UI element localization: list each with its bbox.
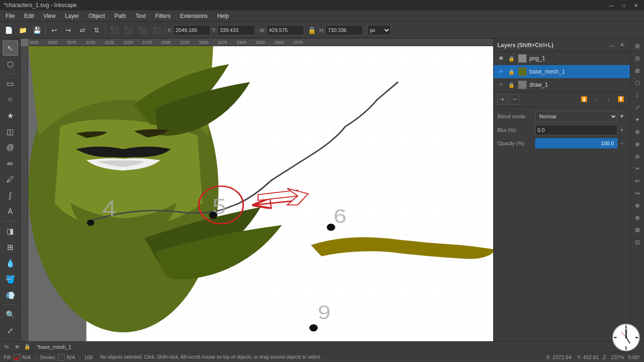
rect-tool[interactable]: ▭ xyxy=(3,76,18,91)
snap-btn-16[interactable]: ⊠ xyxy=(632,224,643,236)
spray-tool[interactable]: 💨 xyxy=(3,288,18,303)
zoom-tool[interactable]: 🔍 xyxy=(3,307,18,322)
flip-h-button[interactable]: ⇄ xyxy=(76,24,89,37)
pen-tool[interactable]: 🖊 xyxy=(3,172,18,187)
minimize-button[interactable]: — xyxy=(607,2,616,8)
menu-view[interactable]: View xyxy=(40,12,59,20)
select-tool[interactable]: ↖ xyxy=(3,41,18,56)
blur-input[interactable] xyxy=(535,125,618,135)
pencil-tool[interactable]: ✏ xyxy=(3,156,18,171)
snap-btn-17[interactable]: ⊡ xyxy=(632,237,643,248)
calligraphy-tool[interactable]: ∫ xyxy=(3,188,18,203)
blur-add[interactable]: + xyxy=(618,126,626,134)
layers-panel-close[interactable]: ✕ xyxy=(618,41,626,49)
lock-ratio-button[interactable]: 🔒 xyxy=(305,24,318,37)
snap-btn-6[interactable]: ⤢ xyxy=(632,102,643,113)
y-input[interactable] xyxy=(217,25,255,35)
menu-filters[interactable]: Filters xyxy=(151,12,174,20)
move-layer-down-button[interactable]: ↓ xyxy=(603,94,614,105)
snap-btn-7[interactable]: ✦ xyxy=(632,114,643,125)
w-input[interactable] xyxy=(266,25,304,35)
snap-btn-1[interactable]: ⊞ xyxy=(632,41,643,52)
separator-4 xyxy=(257,25,257,35)
menu-extensions[interactable]: Extensions xyxy=(176,12,212,20)
svg-text:2150: 2150 xyxy=(124,40,133,45)
unit-select[interactable]: px mm cm in xyxy=(367,25,391,35)
spiral-tool[interactable]: @ xyxy=(3,140,18,155)
layers-panel-minimize[interactable]: — xyxy=(607,41,616,49)
move-layer-bottom-button[interactable]: ⏬ xyxy=(616,94,626,105)
menu-help[interactable]: Help xyxy=(214,12,233,20)
snap-btn-2[interactable]: ⊟ xyxy=(632,53,643,64)
node-tool[interactable]: ⬡ xyxy=(3,57,18,72)
undo-button[interactable]: ↩ xyxy=(48,24,61,37)
move-layer-up-button[interactable]: ↑ xyxy=(591,94,602,105)
snap-btn-4[interactable]: ⬡ xyxy=(632,77,643,89)
menu-object[interactable]: Object xyxy=(85,12,109,20)
opacity-bar[interactable]: 100.0 xyxy=(535,138,618,148)
svg-text:2125: 2125 xyxy=(105,40,114,45)
layer-eye-png1[interactable]: 👁 xyxy=(497,55,505,62)
h-input[interactable] xyxy=(325,25,363,35)
layer-lock-draw1[interactable]: 🔒 xyxy=(508,81,515,89)
blend-mode-dropdown[interactable]: ▼ xyxy=(618,112,626,121)
add-layer-button[interactable]: + xyxy=(497,94,508,105)
new-button[interactable]: 📄 xyxy=(2,24,15,37)
canvas-content[interactable]: 4 5 6 xyxy=(28,46,493,341)
blend-mode-select[interactable]: Normal Multiply Screen Overlay xyxy=(535,111,618,122)
remove-layer-button[interactable]: − xyxy=(510,94,520,105)
ellipse-tool[interactable]: ○ xyxy=(3,92,18,107)
move-layer-top-button[interactable]: ⏫ xyxy=(579,94,589,105)
canvas-area[interactable]: 2025 2050 2075 2100 2125 2150 2175 2200 … xyxy=(21,39,493,341)
lock-toggle[interactable]: 🔒 xyxy=(23,343,32,351)
mesh-tool[interactable]: ⊞ xyxy=(3,239,18,255)
far-right-panel: ⊞ ⊟ ⊠ ⬡ ↕ ⤢ ✦ ⊕ ⊗ ⊘ ✂ ↩ ↪ ⊕ ⊗ ⊠ ⊡ xyxy=(630,39,644,341)
view-toggle[interactable]: 👁 xyxy=(12,343,22,351)
star-tool[interactable]: ★ xyxy=(3,108,18,123)
opacity-remove[interactable]: − xyxy=(618,139,626,148)
layer-eye-basemesh[interactable]: 👁 xyxy=(497,68,505,75)
open-button[interactable]: 📁 xyxy=(16,24,29,37)
menu-file[interactable]: File xyxy=(2,12,18,20)
menu-edit[interactable]: Edit xyxy=(20,12,38,20)
menu-path[interactable]: Path xyxy=(111,12,130,20)
menu-text[interactable]: Text xyxy=(132,12,149,20)
snap-btn-11[interactable]: ✂ xyxy=(632,163,643,174)
snap-btn-9[interactable]: ⊗ xyxy=(632,139,643,150)
menubar: File Edit View Layer Object Path Text Fi… xyxy=(0,10,644,22)
layer-lock-basemesh[interactable]: 🔒 xyxy=(508,68,515,75)
menu-layer[interactable]: Layer xyxy=(61,12,83,20)
align-b-button[interactable]: ⬛ xyxy=(150,24,163,37)
3d-box-tool[interactable]: ◫ xyxy=(3,124,18,139)
snap-btn-14[interactable]: ⊕ xyxy=(632,200,643,211)
snap-btn-13[interactable]: ↪ xyxy=(632,188,643,199)
flip-v-button[interactable]: ⇅ xyxy=(90,24,103,37)
snap-btn-15[interactable]: ⊗ xyxy=(632,212,643,223)
snap-toggle[interactable]: % xyxy=(2,343,11,351)
snap-btn-8[interactable]: ⊕ xyxy=(632,126,643,138)
x-input[interactable] xyxy=(173,25,211,35)
save-button[interactable]: 💾 xyxy=(30,24,43,37)
redo-button[interactable]: ↪ xyxy=(62,24,75,37)
align-l-button[interactable]: ⬛ xyxy=(107,24,121,37)
close-button[interactable]: ✕ xyxy=(632,2,640,8)
snap-btn-12[interactable]: ↩ xyxy=(632,175,643,187)
svg-point-29 xyxy=(309,324,318,331)
gradient-tool[interactable]: ◨ xyxy=(3,223,18,239)
layer-eye-draw1[interactable]: 👁 xyxy=(497,81,505,89)
text-tool[interactable]: A xyxy=(3,204,18,219)
snap-btn-10[interactable]: ⊘ xyxy=(632,151,643,162)
dropper-tool[interactable]: 💧 xyxy=(3,255,18,271)
layer-item-png1[interactable]: 👁 🔒 png_1 xyxy=(494,52,630,65)
align-t-button[interactable]: ⬛ xyxy=(136,24,149,37)
connector-tool[interactable]: ⤢ xyxy=(3,323,18,338)
align-r-button[interactable]: ⬛ xyxy=(122,24,135,37)
maximize-button[interactable]: □ xyxy=(619,2,628,8)
layer-item-basemesh[interactable]: 👁 🔒 base_mesh_1 xyxy=(494,65,630,78)
paint-bucket-tool[interactable]: 🪣 xyxy=(3,272,18,287)
separator-1 xyxy=(45,25,46,35)
snap-btn-3[interactable]: ⊠ xyxy=(632,65,643,76)
layer-item-draw1[interactable]: 👁 🔒 draw_1 xyxy=(494,78,630,91)
layer-lock-png1[interactable]: 🔒 xyxy=(508,55,515,62)
snap-btn-5[interactable]: ↕ xyxy=(632,90,643,101)
